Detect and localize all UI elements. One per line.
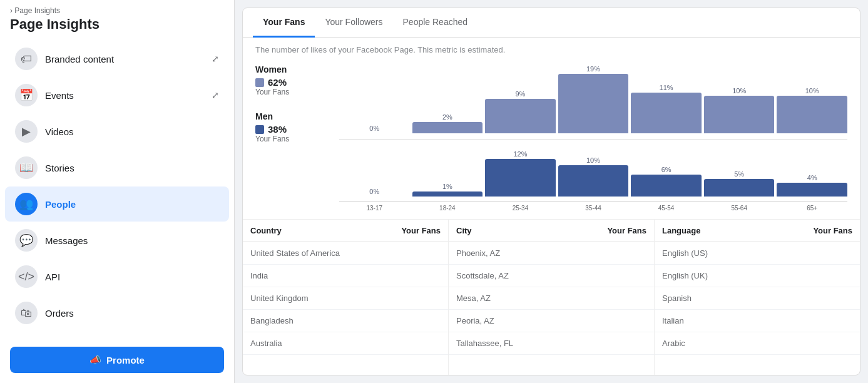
sidebar-item-branded-content[interactable]: 🏷Branded content⤢ bbox=[5, 41, 229, 76]
tab-your-fans[interactable]: Your Fans bbox=[253, 8, 315, 38]
language-col1-header: Language bbox=[655, 220, 763, 242]
city-row-1: Scottsdale, AZ bbox=[449, 265, 654, 287]
city-row-1-label: Scottsdale, AZ bbox=[449, 265, 566, 287]
language-row-3-value bbox=[763, 310, 860, 332]
messages-icon: 💬 bbox=[15, 229, 38, 252]
sidebar-item-label-orders: Orders bbox=[45, 308, 74, 319]
city-row-4-label: Tallahassee, FL bbox=[449, 332, 566, 355]
women-bar-label-1: 2% bbox=[442, 113, 452, 121]
branded-content-icon: 🏷 bbox=[15, 48, 38, 70]
men-bar-4 bbox=[631, 175, 702, 197]
city-row-1-value bbox=[566, 265, 654, 287]
country-row-2: United Kingdom bbox=[243, 287, 448, 310]
women-legend: Women 62% Your Fans bbox=[255, 64, 324, 96]
table-block-city: CityYour FansPhoenix, AZScottsdale, AZMe… bbox=[449, 220, 655, 375]
chart-area: Women 62% Your Fans Men 38% Your bbox=[255, 64, 847, 212]
age-label-5: 55-64 bbox=[704, 205, 775, 212]
women-bar-col-3: 19% bbox=[558, 65, 629, 133]
sidebar-item-stories[interactable]: 📖Stories bbox=[5, 150, 229, 185]
men-bar-col-1: 1% bbox=[412, 183, 483, 197]
city-row-2-value bbox=[566, 287, 654, 310]
sidebar-item-orders[interactable]: 🛍Orders bbox=[5, 295, 229, 330]
women-bar-1 bbox=[412, 122, 483, 133]
women-bar-label-6: 10% bbox=[805, 87, 819, 94]
men-bar-5 bbox=[704, 179, 775, 197]
tab-people-reached[interactable]: People Reached bbox=[393, 8, 478, 38]
men-bar-2 bbox=[485, 159, 556, 197]
sidebar-item-api[interactable]: </>API bbox=[5, 259, 229, 294]
language-row-3: Italian bbox=[655, 310, 860, 332]
city-col1-header: City bbox=[449, 220, 566, 242]
sidebar-item-label-people: People bbox=[45, 199, 76, 210]
stories-icon: 📖 bbox=[15, 156, 38, 179]
chart-section: The number of likes of your Facebook Pag… bbox=[243, 38, 860, 220]
women-bar-col-0: 0% bbox=[339, 125, 410, 133]
sidebar-item-videos[interactable]: ▶Videos bbox=[5, 114, 229, 149]
language-row-1: English (UK) bbox=[655, 265, 860, 287]
chart-separator bbox=[339, 140, 847, 140]
women-bar-4 bbox=[631, 93, 702, 133]
promote-button[interactable]: 📣 Promote bbox=[10, 347, 224, 373]
sidebar-item-label-messages: Messages bbox=[45, 235, 88, 246]
api-icon: </> bbox=[15, 265, 38, 288]
sidebar-item-events[interactable]: 📅Events⤢ bbox=[5, 78, 229, 113]
men-label: Men bbox=[255, 111, 324, 121]
language-row-1-value bbox=[763, 265, 860, 287]
women-sub-label: Your Fans bbox=[255, 88, 324, 96]
language-col2-header: Your Fans bbox=[763, 220, 860, 242]
country-row-4-value bbox=[378, 332, 448, 355]
women-bar-label-2: 9% bbox=[515, 90, 525, 98]
women-bar-label-3: 19% bbox=[586, 65, 600, 73]
people-icon: 👥 bbox=[15, 193, 38, 215]
city-row-2-label: Mesa, AZ bbox=[449, 287, 566, 310]
table-language: LanguageYour FansEnglish (US)English (UK… bbox=[655, 220, 860, 355]
men-legend: Men 38% Your Fans bbox=[255, 111, 324, 143]
external-link-icon: ⤢ bbox=[212, 90, 219, 100]
bar-chart: 0%2%9%19%11%10%10%0%1%12%10%6%5%4%13-171… bbox=[339, 64, 847, 212]
country-row-0: United States of America bbox=[243, 242, 448, 265]
language-row-4-value bbox=[763, 332, 860, 355]
men-bar-label-6: 4% bbox=[807, 174, 817, 181]
men-bar-3 bbox=[558, 165, 629, 197]
country-row-2-label: United Kingdom bbox=[243, 287, 378, 310]
country-row-1: India bbox=[243, 265, 448, 287]
chart-subtitle: The number of likes of your Facebook Pag… bbox=[255, 45, 847, 54]
content-card: Your FansYour FollowersPeople Reached Th… bbox=[242, 8, 860, 375]
city-row-4: Tallahassee, FL bbox=[449, 332, 654, 355]
city-row-3-value bbox=[566, 310, 654, 332]
men-bar-label-0: 0% bbox=[369, 188, 379, 195]
women-label: Women bbox=[255, 64, 324, 74]
age-labels-row: 13-1718-2425-3435-4445-5455-6465+ bbox=[339, 202, 847, 212]
language-row-4: Arabic bbox=[655, 332, 860, 355]
language-row-2-label: Spanish bbox=[655, 287, 763, 310]
men-bar-col-4: 6% bbox=[631, 166, 702, 197]
language-row-2: Spanish bbox=[655, 287, 860, 310]
country-col1-header: Country bbox=[243, 220, 378, 242]
country-row-0-label: United States of America bbox=[243, 242, 378, 265]
country-row-3: Bangladesh bbox=[243, 310, 448, 332]
men-bars-row: 0%1%12%10%6%5%4% bbox=[339, 146, 847, 197]
age-label-4: 45-54 bbox=[631, 205, 702, 212]
women-bar-5 bbox=[704, 96, 775, 133]
men-bar-col-0: 0% bbox=[339, 188, 410, 197]
men-bar-col-5: 5% bbox=[704, 170, 775, 197]
men-swatch bbox=[255, 125, 264, 134]
table-block-country: CountryYour FansUnited States of America… bbox=[243, 220, 449, 375]
page-title: Page Insights bbox=[0, 16, 234, 40]
language-row-0-value bbox=[763, 242, 860, 265]
sidebar-item-label-events: Events bbox=[45, 90, 74, 101]
men-bar-label-2: 12% bbox=[513, 150, 527, 158]
promote-icon: 📣 bbox=[89, 354, 101, 365]
table-city: CityYour FansPhoenix, AZScottsdale, AZMe… bbox=[449, 220, 654, 355]
country-row-2-value bbox=[378, 287, 448, 310]
tab-your-followers[interactable]: Your Followers bbox=[315, 8, 392, 38]
language-row-1-label: English (UK) bbox=[655, 265, 763, 287]
sidebar-item-people[interactable]: 👥People bbox=[5, 186, 229, 222]
women-bars-row: 0%2%9%19%11%10%10% bbox=[339, 64, 847, 133]
country-row-0-value bbox=[378, 242, 448, 265]
language-row-0: English (US) bbox=[655, 242, 860, 265]
sidebar-item-messages[interactable]: 💬Messages bbox=[5, 223, 229, 258]
women-bar-col-5: 10% bbox=[704, 87, 775, 133]
age-label-1: 18-24 bbox=[412, 205, 483, 212]
women-bar-label-5: 10% bbox=[732, 87, 746, 94]
